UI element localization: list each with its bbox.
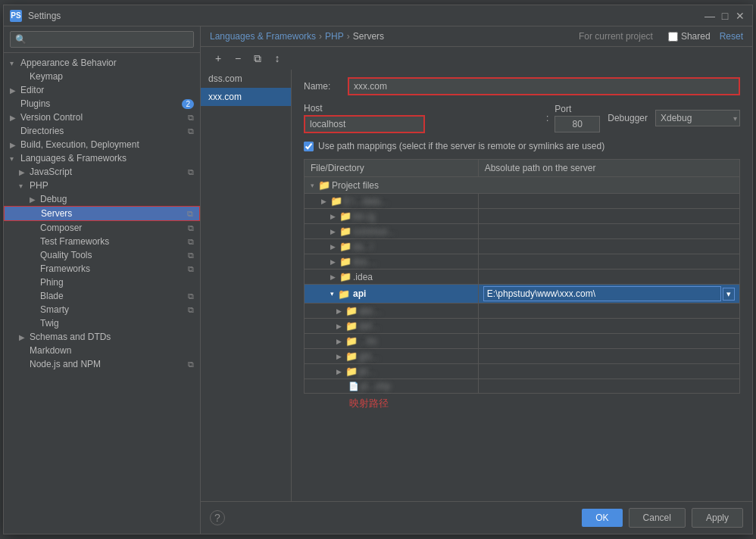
sidebar-item-blade[interactable]: Blade ⧉ xyxy=(4,289,200,303)
sidebar-item-frameworks[interactable]: Frameworks ⧉ xyxy=(4,262,200,276)
server-list-item-selected[interactable]: xxx.com xyxy=(201,88,291,106)
sidebar-item-test-frameworks[interactable]: Test Frameworks ⧉ xyxy=(4,235,200,248)
app-icon: PS xyxy=(10,10,22,22)
expand-arrow: ▶ xyxy=(10,86,20,95)
path-mappings-label: Use path mappings (select if the server … xyxy=(318,141,604,151)
sidebar-item-label: Build, Execution, Deployment xyxy=(20,139,139,150)
add-server-button[interactable]: + xyxy=(210,50,226,67)
expand-arrow: ▾ xyxy=(10,59,20,67)
window-body: ▾ Appearance & Behavior Keymap ▶ Editor … xyxy=(4,26,752,534)
sidebar-item-twig[interactable]: Twig xyxy=(4,316,200,330)
path-input[interactable] xyxy=(483,286,721,301)
close-button[interactable]: ✕ xyxy=(734,10,746,22)
copy-server-button[interactable]: ⧉ xyxy=(249,50,266,67)
sidebar-item-languages[interactable]: ▾ Languages & Frameworks xyxy=(4,151,200,165)
row-label: ghi... xyxy=(359,351,379,362)
row-label: E:\...data... xyxy=(344,196,388,207)
path-mappings-checkbox-row: Use path mappings (select if the server … xyxy=(304,141,740,151)
sidebar-item-debug[interactable]: ▶ Debug xyxy=(4,192,200,206)
row-label: def... xyxy=(359,321,380,332)
sidebar-item-build[interactable]: ▶ Build, Execution, Deployment xyxy=(4,138,200,151)
expand-icon: ▶ xyxy=(336,353,342,360)
folder-icon: 📁 xyxy=(330,195,342,207)
sidebar-item-phing[interactable]: Phing xyxy=(4,276,200,289)
sidebar-item-servers[interactable]: Servers ⧉ xyxy=(4,206,200,221)
server-area: dss.com xxx.com Name: Host xyxy=(201,70,752,501)
path-browse-button[interactable]: ▾ xyxy=(723,288,735,301)
sidebar-item-keymap[interactable]: Keymap xyxy=(4,70,200,83)
row-label: pl...uhp xyxy=(361,381,390,391)
server-list-item[interactable]: dss.com xyxy=(201,70,291,88)
sidebar-item-label: Quality Tools xyxy=(40,250,92,260)
ok-button[interactable]: OK xyxy=(582,509,622,527)
breadcrumb-sep1: › xyxy=(319,31,322,42)
row-label-api: api xyxy=(353,288,366,299)
sidebar-item-label: Markdown xyxy=(30,345,71,356)
table-row: ▶ 📁 E:\...data... xyxy=(305,194,740,209)
sidebar-item-editor[interactable]: ▶ Editor xyxy=(4,83,200,97)
sidebar-item-label: Keymap xyxy=(30,71,63,82)
search-input[interactable] xyxy=(10,31,194,48)
name-row: Name: xyxy=(304,77,740,95)
host-input[interactable] xyxy=(304,115,425,133)
sidebar: ▾ Appearance & Behavior Keymap ▶ Editor … xyxy=(4,26,201,534)
sync-icon: ⧉ xyxy=(188,126,194,136)
table-row: 📄 pl...uhp xyxy=(305,379,740,394)
shared-area: Shared xyxy=(662,31,711,42)
minimize-button[interactable]: — xyxy=(704,10,716,22)
sidebar-item-markdown[interactable]: Markdown xyxy=(4,344,200,357)
host-port-row: Host : Port Debugger Xdebug xyxy=(304,103,740,133)
expand-arrow: ▶ xyxy=(30,195,40,204)
maximize-button[interactable]: □ xyxy=(719,10,731,22)
sidebar-item-version-control[interactable]: ▶ Version Control ⧉ xyxy=(4,111,200,124)
expand-icon: ▾ xyxy=(311,182,314,189)
sidebar-item-php[interactable]: ▾ PHP xyxy=(4,179,200,192)
sidebar-tree: ▾ Appearance & Behavior Keymap ▶ Editor … xyxy=(4,53,200,534)
name-label: Name: xyxy=(304,81,342,92)
sidebar-item-directories[interactable]: Directories ⧉ xyxy=(4,124,200,138)
folder-icon: 📁 xyxy=(339,256,351,267)
path-mappings-checkbox[interactable] xyxy=(304,142,314,151)
name-input[interactable] xyxy=(348,77,740,95)
breadcrumb-part3: Servers xyxy=(353,31,384,42)
sidebar-item-label: Directories xyxy=(20,126,64,136)
folder-icon: 📁 xyxy=(339,210,351,222)
expand-icon: ▶ xyxy=(330,273,336,281)
sidebar-item-nodejs[interactable]: Node.js and NPM ⧉ xyxy=(4,357,200,371)
expand-icon: ▶ xyxy=(330,243,336,251)
sidebar-item-quality-tools[interactable]: Quality Tools ⧉ xyxy=(4,248,200,262)
table-row-api[interactable]: ▾ 📁 api ▾ xyxy=(305,285,740,304)
reset-button[interactable]: Reset xyxy=(720,31,743,42)
sidebar-item-composer[interactable]: Composer ⧉ xyxy=(4,221,200,235)
mappings-table: File/Directory Absolute path on the serv… xyxy=(304,159,740,394)
breadcrumb-bar: Languages & Frameworks › PHP › Servers F… xyxy=(201,26,752,47)
sidebar-item-appearance[interactable]: ▾ Appearance & Behavior xyxy=(4,56,200,70)
move-server-button[interactable]: ↕ xyxy=(269,50,286,67)
table-row: ▶ 📁 def... xyxy=(305,319,740,334)
sidebar-item-label: Test Frameworks xyxy=(40,236,109,247)
sidebar-item-smarty[interactable]: Smarty ⧉ xyxy=(4,303,200,316)
table-row: ▶ 📁 abc... xyxy=(305,304,740,319)
sync-icon: ⧉ xyxy=(188,291,194,301)
shared-checkbox[interactable] xyxy=(668,32,678,42)
sync-icon: ⧉ xyxy=(188,237,194,247)
sidebar-item-javascript[interactable]: ▶ JavaScript ⧉ xyxy=(4,165,200,179)
help-button[interactable]: ? xyxy=(210,510,225,525)
sidebar-item-schemas[interactable]: ▶ Schemas and DTDs xyxy=(4,330,200,344)
servers-toolbar: + − ⧉ ↕ xyxy=(201,47,752,70)
debugger-select[interactable]: Xdebug Zend Debugger xyxy=(655,110,740,126)
folder-icon: 📁 xyxy=(338,288,350,300)
sync-icon: ⧉ xyxy=(188,360,194,369)
expand-arrow: ▶ xyxy=(10,141,20,149)
port-input[interactable] xyxy=(555,116,600,132)
remove-server-button[interactable]: − xyxy=(230,50,246,67)
row-label: bin.ig xyxy=(353,211,375,222)
debugger-select-wrap: Xdebug Zend Debugger ▾ xyxy=(655,110,740,126)
sidebar-item-label: Plugins xyxy=(20,98,50,109)
sidebar-item-plugins[interactable]: Plugins 2 xyxy=(4,97,200,111)
col-absolute-path: Absolute path on the server xyxy=(478,160,739,177)
apply-button[interactable]: Apply xyxy=(692,508,743,528)
cancel-button[interactable]: Cancel xyxy=(629,508,686,528)
folder-icon: 📁 xyxy=(339,271,351,282)
expand-icon: ▾ xyxy=(330,290,334,298)
